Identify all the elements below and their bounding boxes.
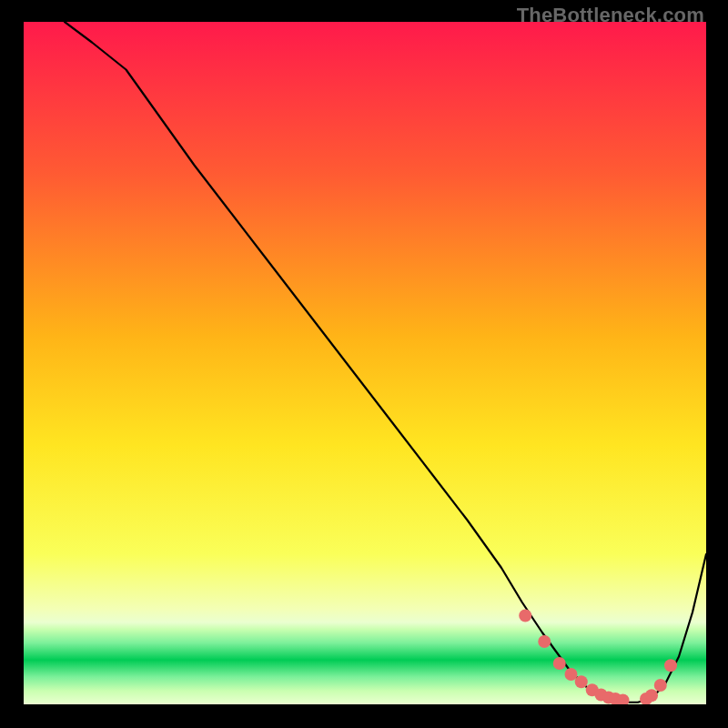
marker-dot [575, 675, 588, 688]
marker-dot [538, 635, 551, 648]
marker-dot [654, 679, 667, 692]
gradient-background [24, 22, 706, 704]
marker-dot [565, 668, 578, 681]
marker-dot [664, 659, 677, 672]
chart-svg [24, 22, 706, 704]
marker-dot [645, 689, 658, 702]
marker-dot [519, 610, 531, 622]
marker-dot [553, 657, 566, 670]
chart-stage: TheBottleneck.com [0, 0, 728, 728]
